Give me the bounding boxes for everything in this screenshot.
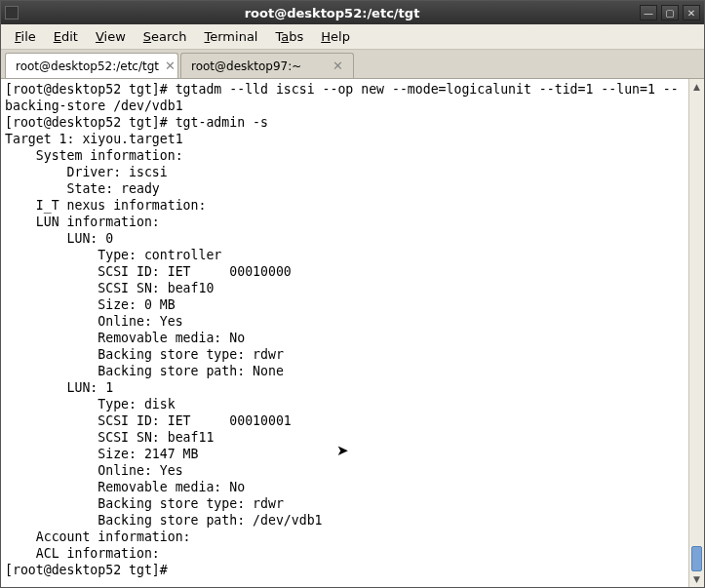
terminal-wrap: [root@desktop52 tgt]# tgtadm --lld iscsi… [1,79,704,587]
menu-file[interactable]: File [7,27,44,46]
menu-help[interactable]: Help [313,27,358,46]
tab-label: root@desktop97:~ [191,59,301,73]
terminal-window: root@desktop52:/etc/tgt — ▢ ✕ File Edit … [0,0,705,588]
maximize-button[interactable]: ▢ [661,5,679,20]
scrollbar[interactable]: ▲ ▼ [688,79,704,587]
scroll-up-icon[interactable]: ▲ [689,79,704,95]
tab-desktop97[interactable]: root@desktop97:~ ✕ [180,53,354,78]
titlebar-buttons: — ▢ ✕ [640,5,700,20]
tab-desktop52[interactable]: root@desktop52:/etc/tgt ✕ [5,53,178,78]
close-button[interactable]: ✕ [683,5,700,20]
tab-close-icon[interactable]: ✕ [333,59,343,73]
menu-terminal[interactable]: Terminal [197,27,266,46]
minimize-button[interactable]: — [640,5,657,20]
scroll-down-icon[interactable]: ▼ [689,571,704,587]
menubar: File Edit View Search Terminal Tabs Help [1,24,704,50]
menu-edit[interactable]: Edit [46,27,86,46]
tab-close-icon[interactable]: ✕ [165,59,176,73]
window-title: root@desktop52:/etc/tgt [24,6,640,20]
app-icon [5,6,19,20]
menu-view[interactable]: View [88,27,134,46]
tab-label: root@desktop52:/etc/tgt [16,59,159,73]
terminal-output[interactable]: [root@desktop52 tgt]# tgtadm --lld iscsi… [1,79,688,587]
tabbar: root@desktop52:/etc/tgt ✕ root@desktop97… [1,50,704,79]
titlebar: root@desktop52:/etc/tgt — ▢ ✕ [1,1,704,24]
scroll-thumb[interactable] [691,546,702,571]
menu-tabs[interactable]: Tabs [267,27,311,46]
menu-search[interactable]: Search [136,27,195,46]
